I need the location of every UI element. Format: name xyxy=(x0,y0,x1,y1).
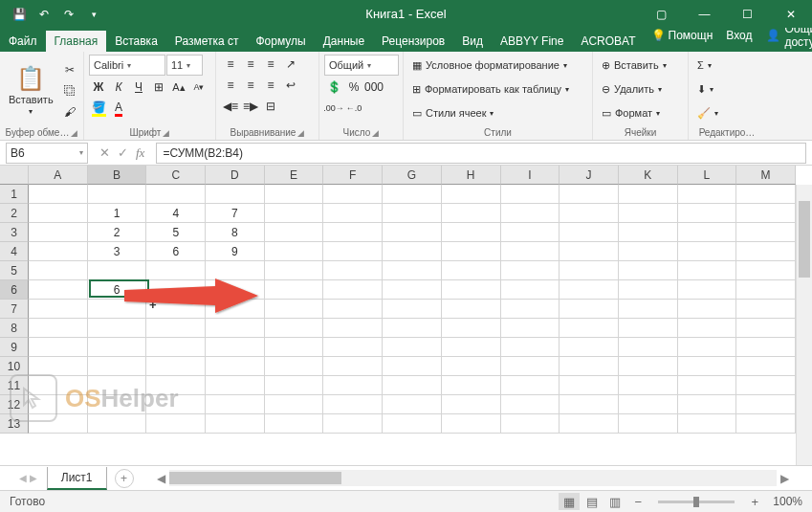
cell-J2[interactable] xyxy=(560,204,619,223)
cell-F2[interactable] xyxy=(323,204,383,223)
cell-D13[interactable] xyxy=(206,414,265,434)
cell-B2[interactable]: 1 xyxy=(88,204,147,223)
font-size-combo[interactable]: 11▾ xyxy=(166,55,203,76)
cell-K9[interactable] xyxy=(619,338,678,357)
select-all-button[interactable] xyxy=(0,166,29,185)
format-painter-button[interactable]: 🖌 xyxy=(60,102,79,122)
insert-cells-button[interactable]: ⊕ Вставить▾ xyxy=(598,55,683,76)
ribbon-options-button[interactable]: ▢ xyxy=(640,0,683,28)
cell-J5[interactable] xyxy=(560,261,619,280)
sheet-tab-1[interactable]: Лист1 xyxy=(47,467,107,490)
clear-button[interactable]: 🧹▾ xyxy=(693,102,760,123)
cell-H10[interactable] xyxy=(442,357,501,376)
cell-K8[interactable] xyxy=(619,319,678,338)
cell-H2[interactable] xyxy=(442,204,501,223)
cell-B4[interactable]: 3 xyxy=(88,242,147,261)
cell-E11[interactable] xyxy=(265,376,324,395)
cell-D10[interactable] xyxy=(206,357,265,376)
cell-E13[interactable] xyxy=(265,414,324,434)
cell-M8[interactable] xyxy=(736,319,796,338)
column-header-J[interactable]: J xyxy=(560,166,619,185)
cell-E3[interactable] xyxy=(265,223,324,242)
cell-M2[interactable] xyxy=(736,204,796,223)
cell-A1[interactable] xyxy=(29,185,88,204)
cell-M5[interactable] xyxy=(736,261,796,280)
cell-D11[interactable] xyxy=(206,376,265,395)
cell-C1[interactable] xyxy=(146,185,206,204)
cell-K7[interactable] xyxy=(619,300,678,319)
zoom-thumb[interactable] xyxy=(693,497,699,507)
cell-A8[interactable] xyxy=(29,319,88,338)
cell-I6[interactable] xyxy=(501,280,560,300)
cancel-formula-button[interactable]: ✕ xyxy=(99,145,110,160)
cell-D5[interactable] xyxy=(206,261,265,280)
cell-J7[interactable] xyxy=(560,300,619,319)
maximize-button[interactable]: ☐ xyxy=(726,0,769,28)
cell-G7[interactable] xyxy=(383,300,442,319)
name-box[interactable]: B6 ▾ xyxy=(6,143,88,164)
cell-E10[interactable] xyxy=(265,357,324,376)
column-header-E[interactable]: E xyxy=(265,166,324,185)
cell-D12[interactable] xyxy=(206,395,265,414)
cell-B3[interactable]: 2 xyxy=(88,223,147,242)
cell-E12[interactable] xyxy=(265,395,324,414)
cell-F3[interactable] xyxy=(323,223,383,242)
cell-I8[interactable] xyxy=(501,319,560,338)
cell-H9[interactable] xyxy=(442,338,501,357)
cell-L5[interactable] xyxy=(678,261,737,280)
cell-J10[interactable] xyxy=(560,357,619,376)
row-header-12[interactable]: 12 xyxy=(0,395,29,414)
horizontal-scrollbar[interactable]: ◀ ▶ xyxy=(153,470,793,486)
cell-C3[interactable]: 5 xyxy=(146,223,206,242)
cell-L13[interactable] xyxy=(678,414,737,434)
cell-K10[interactable] xyxy=(619,357,678,376)
cell-D8[interactable] xyxy=(206,319,265,338)
row-header-4[interactable]: 4 xyxy=(0,242,29,261)
align-launcher-icon[interactable]: ◢ xyxy=(297,128,304,138)
cell-J4[interactable] xyxy=(560,242,619,261)
cell-I12[interactable] xyxy=(501,395,560,414)
cell-F11[interactable] xyxy=(323,376,383,395)
page-break-view-button[interactable]: ▥ xyxy=(604,493,625,510)
cell-F1[interactable] xyxy=(323,185,383,204)
normal-view-button[interactable]: ▦ xyxy=(559,493,580,510)
formula-input[interactable]: =СУММ(B2:B4) xyxy=(156,143,806,164)
zoom-value[interactable]: 100% xyxy=(773,495,802,508)
align-left-button[interactable]: ≡ xyxy=(221,76,240,95)
cell-I11[interactable] xyxy=(501,376,560,395)
cell-K11[interactable] xyxy=(619,376,678,395)
cell-C8[interactable] xyxy=(146,319,206,338)
cell-A13[interactable] xyxy=(29,414,88,434)
font-name-combo[interactable]: Calibri▾ xyxy=(89,55,165,76)
cell-C6[interactable] xyxy=(146,280,206,300)
cell-I9[interactable] xyxy=(501,338,560,357)
orientation-button[interactable]: ↗ xyxy=(281,55,300,74)
cell-D3[interactable]: 8 xyxy=(206,223,265,242)
cell-F12[interactable] xyxy=(323,395,383,414)
cell-C11[interactable] xyxy=(146,376,206,395)
cell-J1[interactable] xyxy=(560,185,619,204)
cell-J12[interactable] xyxy=(560,395,619,414)
row-header-13[interactable]: 13 xyxy=(0,414,29,434)
cell-I10[interactable] xyxy=(501,357,560,376)
cell-A6[interactable] xyxy=(29,280,88,300)
row-header-8[interactable]: 8 xyxy=(0,319,29,338)
cell-I3[interactable] xyxy=(501,223,560,242)
cell-J8[interactable] xyxy=(560,319,619,338)
vertical-scrollbar[interactable] xyxy=(796,185,812,465)
cell-F5[interactable] xyxy=(323,261,383,280)
cell-F7[interactable] xyxy=(323,300,383,319)
copy-button[interactable]: ⿻ xyxy=(60,81,79,100)
cell-C2[interactable]: 4 xyxy=(146,204,206,223)
cell-J3[interactable] xyxy=(560,223,619,242)
cell-C12[interactable] xyxy=(146,395,206,414)
cell-B1[interactable] xyxy=(88,185,147,204)
autosum-button[interactable]: Σ▾ xyxy=(693,55,760,76)
merge-button[interactable]: ⊟ xyxy=(261,97,280,116)
cell-M7[interactable] xyxy=(736,300,796,319)
cell-A5[interactable] xyxy=(29,261,88,280)
cell-L10[interactable] xyxy=(678,357,737,376)
cell-H5[interactable] xyxy=(442,261,501,280)
tab-view[interactable]: Вид xyxy=(453,31,492,52)
column-header-B[interactable]: B xyxy=(88,166,147,185)
